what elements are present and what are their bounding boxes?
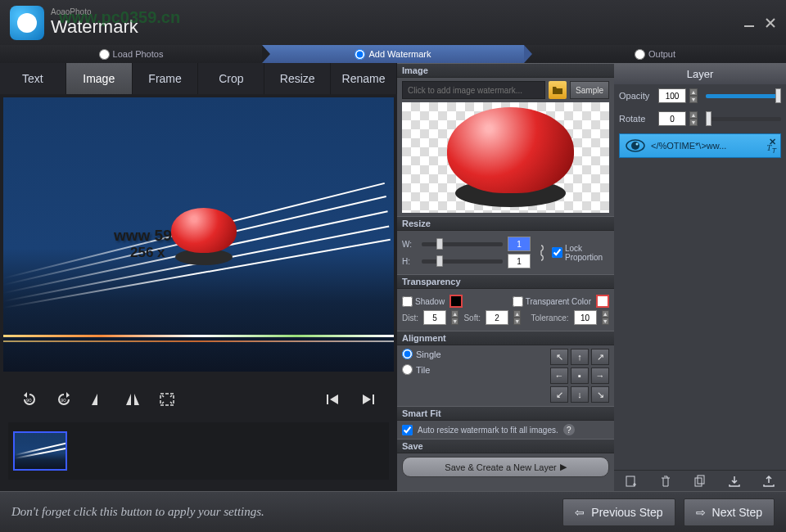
align-left[interactable]: ← [550, 367, 568, 384]
previous-step-button[interactable]: ⇦Previous Step [562, 498, 675, 526]
step-load-radio[interactable] [99, 49, 110, 60]
svg-rect-0 [744, 25, 754, 27]
preview-watermark-image[interactable] [167, 208, 241, 265]
tab-resize[interactable]: Resize [264, 63, 331, 94]
close-icon[interactable] [765, 17, 776, 29]
preview-toolbar: 90 90 [0, 383, 397, 416]
delete-layer-icon[interactable] [659, 475, 672, 488]
smartfit-panel-header: Smart Fit [397, 406, 614, 421]
step-add-radio[interactable] [355, 49, 365, 60]
help-icon[interactable]: ? [563, 424, 575, 435]
align-right[interactable]: → [591, 367, 609, 384]
thumbnails[interactable] [8, 422, 389, 480]
titlebar: AoaoPhoto Watermark www.pc0359.cn [0, 0, 786, 45]
import-layer-icon[interactable] [728, 475, 741, 488]
flip-vertical-icon[interactable] [124, 392, 141, 407]
alignment-grid: ↖ ↑ ↗ ← ▪ → ↙ ↓ ↘ [550, 349, 609, 403]
transparent-color-swatch[interactable] [596, 295, 609, 308]
rotate-slider[interactable] [706, 117, 781, 121]
watermark-preview [402, 102, 609, 213]
step-bar: Load Photos Add Watermark Output [0, 45, 786, 63]
opacity-input[interactable] [658, 88, 686, 103]
soft-input[interactable] [486, 310, 508, 325]
svg-text:90: 90 [61, 398, 66, 403]
height-input[interactable] [508, 254, 531, 268]
layer-type-icon: TT [766, 142, 776, 155]
logo-icon [10, 6, 44, 40]
fullscreen-icon[interactable] [159, 392, 175, 407]
watermark-path-input[interactable] [402, 81, 545, 99]
thumbnail-item[interactable] [13, 431, 67, 471]
smartfit-checkbox[interactable] [402, 425, 413, 435]
svg-rect-10 [695, 478, 702, 486]
rotate-label: Rotate [619, 114, 655, 124]
tab-crop[interactable]: Crop [198, 63, 264, 94]
align-top-left[interactable]: ↖ [550, 349, 568, 365]
eye-icon[interactable] [625, 139, 646, 152]
shadow-color-swatch[interactable] [449, 295, 463, 308]
next-image-icon[interactable] [359, 392, 376, 407]
svg-rect-4 [327, 394, 328, 404]
tab-image[interactable]: Image [66, 63, 133, 94]
layer-footer [614, 470, 786, 491]
opacity-slider[interactable] [706, 94, 781, 98]
browse-button[interactable] [549, 81, 567, 99]
align-bottom[interactable]: ↓ [571, 386, 589, 403]
step-load-photos[interactable]: Load Photos [0, 45, 262, 63]
tab-text[interactable]: Text [0, 63, 66, 94]
lock-proportion-checkbox[interactable] [552, 247, 562, 258]
image-panel-header: Image [397, 63, 614, 78]
duplicate-layer-icon[interactable] [693, 475, 707, 488]
flip-horizontal-icon[interactable] [90, 392, 106, 407]
sample-button[interactable]: Sample [570, 81, 609, 99]
height-slider[interactable] [422, 259, 503, 264]
dist-input[interactable] [423, 310, 446, 325]
next-step-button[interactable]: ⇨Next Step [684, 498, 775, 526]
svg-point-8 [636, 143, 639, 146]
resize-panel-header: Resize [397, 216, 614, 231]
svg-text:90: 90 [26, 398, 32, 403]
shadow-checkbox[interactable] [402, 296, 413, 307]
preview-dimensions: 256 x [130, 245, 165, 261]
step-output[interactable]: Output [524, 45, 786, 63]
width-slider[interactable] [422, 242, 503, 246]
step-output-radio[interactable] [635, 49, 645, 60]
rotate-left-icon[interactable]: 90 [21, 392, 38, 407]
prev-image-icon[interactable] [325, 392, 341, 407]
tolerance-input[interactable] [574, 310, 597, 325]
align-bottom-left[interactable]: ↙ [550, 386, 568, 403]
layer-item-label: </%OTIME*\>ww... [651, 141, 726, 151]
new-layer-icon[interactable] [625, 475, 638, 488]
save-layer-button[interactable]: Save & Create a New Layer▶ [402, 457, 609, 477]
alignment-panel-header: Alignment [397, 331, 614, 345]
rotate-right-icon[interactable]: 90 [56, 392, 72, 407]
background-watermark-text: www.pc0359.cn [59, 8, 180, 27]
svg-rect-11 [698, 476, 704, 484]
tab-rename[interactable]: Rename [331, 63, 397, 94]
opacity-label: Opacity [619, 91, 655, 101]
transparent-color-checkbox[interactable] [513, 296, 523, 307]
align-single-radio[interactable] [402, 349, 413, 359]
preview-canvas[interactable]: www 59.cn 256 x [3, 97, 394, 372]
save-panel-header: Save [397, 439, 614, 453]
export-layer-icon[interactable] [762, 475, 775, 488]
footer: Don't forget click this button to apply … [0, 491, 786, 532]
align-top[interactable]: ↑ [571, 349, 589, 365]
link-icon [535, 244, 547, 262]
layer-item[interactable]: </%OTIME*\>ww... ✕ TT [619, 133, 781, 158]
align-center[interactable]: ▪ [571, 367, 589, 384]
tab-frame[interactable]: Frame [133, 63, 199, 94]
width-input[interactable] [508, 237, 531, 251]
align-tile-radio[interactable] [402, 364, 413, 375]
svg-point-7 [631, 142, 639, 150]
tabs: Text Image Frame Crop Resize Rename [0, 63, 397, 94]
minimize-icon[interactable] [743, 17, 755, 29]
step-add-watermark[interactable]: Add Watermark [262, 45, 524, 63]
align-bottom-right[interactable]: ↘ [591, 386, 609, 403]
layer-panel-header: Layer [614, 63, 786, 84]
svg-rect-5 [373, 394, 374, 404]
transparency-panel-header: Transparency [397, 274, 614, 289]
footer-hint: Don't forget click this button to apply … [11, 505, 264, 519]
align-top-right[interactable]: ↗ [591, 349, 609, 365]
rotate-input[interactable] [658, 111, 686, 126]
